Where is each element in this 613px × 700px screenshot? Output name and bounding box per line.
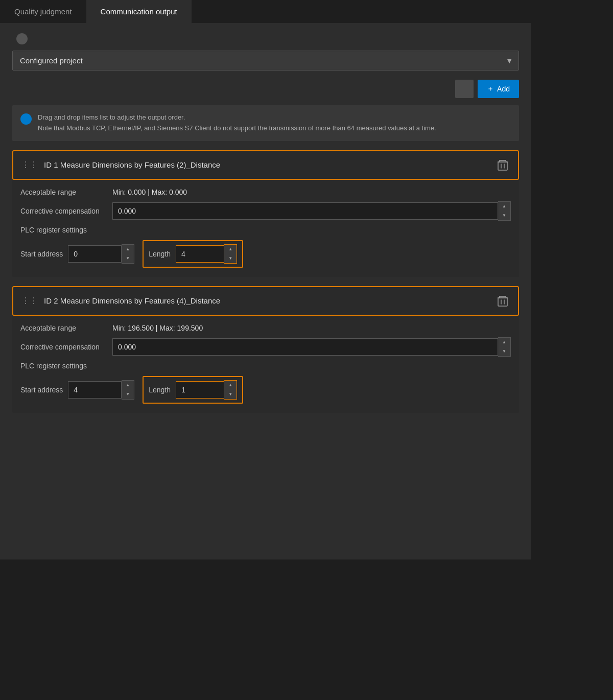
corrective-comp-spinbox-btns-2[interactable]: ▲ ▼ — [498, 337, 511, 357]
corrective-comp-up-1[interactable]: ▲ — [498, 202, 510, 211]
plc-row-1: Start address ▲ ▼ Length ▲ — [20, 240, 511, 268]
start-address-input-1[interactable] — [68, 245, 122, 263]
corrective-comp-down-1[interactable]: ▼ — [498, 211, 510, 220]
tab-quality[interactable]: Quality judgment — [0, 0, 86, 23]
start-address-spinbox-1[interactable]: ▲ ▼ — [68, 244, 134, 264]
start-address-spinbox-2[interactable]: ▲ ▼ — [68, 380, 134, 400]
item-body-1: Acceptable range Min: 0.000 | Max: 0.000… — [12, 188, 519, 268]
info-text: Drag and drop items list to adjust the o… — [38, 112, 436, 134]
add-label: Add — [497, 85, 510, 93]
drag-handle-2[interactable]: ⋮⋮ — [21, 296, 38, 306]
length-down-2[interactable]: ▼ — [224, 390, 237, 399]
start-address-down-2[interactable]: ▼ — [122, 390, 134, 399]
start-address-spinbox-btns-1[interactable]: ▲ ▼ — [122, 244, 134, 264]
corrective-comp-input-2[interactable] — [112, 338, 498, 356]
start-address-field-2: Start address ▲ ▼ — [20, 380, 134, 400]
length-label-2: Length — [149, 386, 171, 394]
corrective-comp-down-2[interactable]: ▼ — [498, 347, 510, 356]
acceptable-range-label-1: Acceptable range — [20, 188, 112, 196]
length-input-2[interactable] — [176, 381, 224, 399]
start-address-up-1[interactable]: ▲ — [122, 245, 134, 254]
item-title-2: ID 2 Measure Dimensions by Features (4)_… — [44, 296, 220, 305]
item-header-2[interactable]: ⋮⋮ ID 2 Measure Dimensions by Features (… — [12, 286, 519, 316]
corrective-comp-spinbox-1[interactable]: ▲ ▼ — [112, 201, 511, 221]
plc-row-2: Start address ▲ ▼ Length ▲ — [20, 376, 511, 404]
acceptable-range-value-2: Min: 196.500 | Max: 199.500 — [112, 324, 203, 332]
auto-sort-button[interactable] — [455, 80, 474, 98]
plc-register-label-2: PLC register settings — [20, 362, 511, 370]
drag-handle-1[interactable]: ⋮⋮ — [21, 160, 38, 170]
acceptable-range-value-1: Min: 0.000 | Max: 0.000 — [112, 188, 187, 196]
item-header-left-1: ⋮⋮ ID 1 Measure Dimensions by Features (… — [21, 160, 220, 170]
item-header-1[interactable]: ⋮⋮ ID 1 Measure Dimensions by Features (… — [12, 150, 519, 180]
acceptable-range-row-1: Acceptable range Min: 0.000 | Max: 0.000 — [20, 188, 511, 196]
corrective-comp-row-2: Corrective compensation ▲ ▼ — [20, 337, 511, 357]
length-down-1[interactable]: ▼ — [224, 254, 237, 263]
length-up-2[interactable]: ▲ — [224, 381, 237, 390]
length-up-1[interactable]: ▲ — [224, 245, 237, 254]
corrective-comp-input-1[interactable] — [112, 202, 498, 220]
project-dropdown-wrapper: Configured project ▼ — [12, 51, 519, 71]
length-input-1[interactable] — [176, 245, 224, 263]
length-spinbox-1[interactable]: ▲ ▼ — [176, 244, 237, 264]
items-container: ⋮⋮ ID 1 Measure Dimensions by Features (… — [12, 150, 519, 413]
output-item-2: ⋮⋮ ID 2 Measure Dimensions by Features (… — [12, 286, 519, 413]
svg-rect-0 — [498, 162, 507, 170]
plc-register-label-1: PLC register settings — [20, 226, 511, 234]
svg-rect-2 — [498, 298, 507, 306]
start-address-label-1: Start address — [20, 250, 63, 258]
corrective-comp-spinbox-btns-1[interactable]: ▲ ▼ — [498, 201, 511, 221]
output-row: ＋ Add — [12, 80, 519, 98]
plus-icon: ＋ — [487, 84, 494, 94]
add-button[interactable]: ＋ Add — [478, 80, 519, 98]
start-address-input-2[interactable] — [68, 381, 122, 399]
item-title-1: ID 1 Measure Dimensions by Features (2)_… — [44, 160, 220, 169]
info-icon — [20, 113, 32, 125]
project-dropdown[interactable]: Configured project — [12, 51, 519, 71]
start-address-field-1: Start address ▲ ▼ — [20, 244, 134, 264]
start-address-down-1[interactable]: ▼ — [122, 254, 134, 263]
start-address-up-2[interactable]: ▲ — [122, 381, 134, 390]
acceptable-range-row-2: Acceptable range Min: 196.500 | Max: 199… — [20, 324, 511, 332]
help-icon[interactable] — [16, 33, 28, 44]
main-content: Configured project ▼ ＋ Add Drag and drop… — [0, 23, 531, 559]
length-spinbox-btns-1[interactable]: ▲ ▼ — [224, 244, 237, 264]
corrective-comp-row-1: Corrective compensation ▲ ▼ — [20, 201, 511, 221]
start-address-spinbox-btns-2[interactable]: ▲ ▼ — [122, 380, 134, 400]
corrective-comp-up-2[interactable]: ▲ — [498, 338, 510, 347]
length-field-2: Length ▲ ▼ — [143, 376, 243, 404]
delete-button-1[interactable] — [496, 157, 510, 173]
item-body-2: Acceptable range Min: 196.500 | Max: 199… — [12, 324, 519, 404]
tab-communication[interactable]: Communication output — [86, 0, 192, 23]
tab-bar: Quality judgment Communication output — [0, 0, 531, 23]
corrective-comp-spinbox-2[interactable]: ▲ ▼ — [112, 337, 511, 357]
output-item-1: ⋮⋮ ID 1 Measure Dimensions by Features (… — [12, 150, 519, 277]
delete-button-2[interactable] — [496, 293, 510, 309]
output-buttons: ＋ Add — [455, 80, 519, 98]
length-spinbox-2[interactable]: ▲ ▼ — [176, 380, 237, 400]
item-header-left-2: ⋮⋮ ID 2 Measure Dimensions by Features (… — [21, 296, 220, 306]
length-label-1: Length — [149, 250, 171, 258]
acceptable-range-label-2: Acceptable range — [20, 324, 112, 332]
corrective-comp-label-1: Corrective compensation — [20, 207, 112, 215]
select-project-row — [12, 33, 519, 44]
length-spinbox-btns-2[interactable]: ▲ ▼ — [224, 380, 237, 400]
length-field-1: Length ▲ ▼ — [143, 240, 243, 268]
corrective-comp-label-2: Corrective compensation — [20, 343, 112, 351]
start-address-label-2: Start address — [20, 386, 63, 394]
info-box: Drag and drop items list to adjust the o… — [12, 105, 519, 141]
